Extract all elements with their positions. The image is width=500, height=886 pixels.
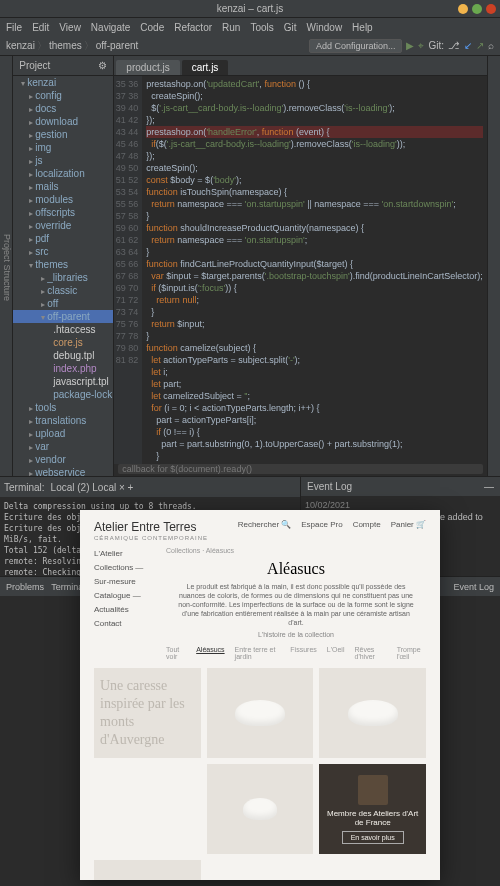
maximize-icon[interactable] [472,4,482,14]
tree-item[interactable]: core.js [13,336,113,349]
problems-tab[interactable]: Problems [6,582,44,592]
collection-desc: Le produit est fabriqué à la main, il es… [166,582,426,627]
tree-item[interactable]: index.php [13,362,113,375]
minimize-icon[interactable] [458,4,468,14]
site-logo[interactable]: Atelier Entre Terres CÉRAMIQUE CONTEMPOR… [94,520,208,541]
product-tile[interactable] [319,668,426,758]
filter-link[interactable]: Trompe l'œil [397,646,426,660]
menu-code[interactable]: Code [140,22,164,33]
tree-item[interactable]: img [13,141,113,154]
tree-item[interactable]: classic [13,284,113,297]
hero-tile[interactable]: Une caresse inspirée par les monts d'Auv… [94,668,201,758]
run-icon[interactable]: ▶ [406,40,414,51]
sidenav-link[interactable]: Collections — [94,561,154,575]
site-body: L'AtelierCollections —Sur-mesureCatalogu… [80,547,440,668]
git-pull-icon[interactable]: ↙ [464,40,472,51]
tree-item[interactable]: .htaccess [13,323,113,336]
git-push-icon[interactable]: ↗ [476,40,484,51]
tree-item[interactable]: override [13,219,113,232]
menu-tools[interactable]: Tools [250,22,273,33]
tree-item[interactable]: upload [13,427,113,440]
event-log-tab[interactable]: Event Log [453,582,494,592]
tree-item[interactable]: off [13,297,113,310]
editor-tab[interactable]: cart.js [182,60,229,75]
window-buttons [458,4,496,14]
crumb[interactable]: off-parent [96,40,139,51]
tree-item[interactable]: mails [13,180,113,193]
tree-item[interactable]: webservice [13,466,113,476]
product-tile[interactable] [207,668,314,758]
tree-item[interactable]: pdf [13,232,113,245]
menu-navigate[interactable]: Navigate [91,22,130,33]
sidenav-link[interactable]: L'Atelier [94,547,154,561]
membership-tile[interactable]: Membre des Ateliers d'Art de France En s… [319,764,426,854]
sidenav-link[interactable]: Contact [94,617,154,631]
crumb[interactable]: themes [49,40,82,51]
menu-file[interactable]: File [6,22,22,33]
tree-item[interactable]: modules [13,193,113,206]
filter-link[interactable]: L'Oeil [327,646,345,660]
crumb[interactable]: kenzai [6,40,35,51]
filter-link[interactable]: Rêves d'hiver [354,646,386,660]
topnav-link[interactable]: Espace Pro [301,520,342,529]
search-input[interactable]: Rechercher 🔍 [238,520,292,529]
collection-filters[interactable]: Tout voirAléasucsEntre terre et jardinFi… [166,646,426,660]
tree-item[interactable]: package-lock.json [13,388,113,401]
code-text[interactable]: prestashop.on('updatedCart', function ()… [142,76,486,464]
tree-item[interactable]: var [13,440,113,453]
collection-title: Aléasucs [166,560,426,578]
editor-tab[interactable]: product.js [116,60,179,75]
left-tool-strip[interactable]: Project Structure [0,56,13,476]
add-configuration-button[interactable]: Add Configuration... [309,39,403,53]
gear-icon[interactable]: ⚙ [98,60,107,71]
tree-item[interactable]: docs [13,102,113,115]
debug-icon[interactable]: ⌖ [418,40,424,52]
tree-item[interactable]: _libraries [13,271,113,284]
filter-link[interactable]: Tout voir [166,646,186,660]
filter-link[interactable]: Aléasucs [196,646,224,660]
right-tool-strip[interactable] [487,56,500,476]
tree-item[interactable]: offscripts [13,206,113,219]
project-header[interactable]: Project ⚙ [13,56,113,76]
sidenav-link[interactable]: Actualités [94,603,154,617]
tree-item[interactable]: gestion [13,128,113,141]
code-area[interactable]: 35 36 37 38 39 40 41 42 43 44 45 46 47 4… [114,76,486,464]
menu-refactor[interactable]: Refactor [174,22,212,33]
tree-item[interactable]: js [13,154,113,167]
product-tile[interactable] [94,860,201,880]
search-icon[interactable]: ⌕ [488,40,494,51]
tree-item[interactable]: config [13,89,113,102]
site-main: Collections · Aléasucs Aléasucs Le produ… [166,547,426,668]
topnav-link[interactable]: Panier 🛒 [391,520,426,529]
tree-item[interactable]: download [13,115,113,128]
tree-item[interactable]: translations [13,414,113,427]
tree-item[interactable]: vendor [13,453,113,466]
event-log-header[interactable]: Event Log — [301,477,500,496]
tree-item[interactable]: off-parent [13,310,113,323]
tree-item[interactable]: themes [13,258,113,271]
product-tile[interactable] [207,764,314,854]
topnav-link[interactable]: Compte [353,520,381,529]
project-tree[interactable]: kenzaiconfigdocsdownloadgestionimgjsloca… [13,76,113,476]
sidenav-link[interactable]: Catalogue — [94,589,154,603]
menu-run[interactable]: Run [222,22,240,33]
menu-view[interactable]: View [59,22,81,33]
menu-help[interactable]: Help [352,22,373,33]
git-branch-icon[interactable]: ⎇ [448,40,460,51]
close-icon[interactable] [486,4,496,14]
tree-item[interactable]: debug.tpl [13,349,113,362]
learn-more-button[interactable]: En savoir plus [342,831,404,844]
tree-item[interactable]: javascript.tpl [13,375,113,388]
terminal-tab-list[interactable]: Local (2) Local × + [51,482,134,493]
menu-window[interactable]: Window [307,22,343,33]
tree-item[interactable]: src [13,245,113,258]
sidenav-link[interactable]: Sur-mesure [94,575,154,589]
tree-item[interactable]: tools [13,401,113,414]
menu-edit[interactable]: Edit [32,22,49,33]
menu-git[interactable]: Git [284,22,297,33]
tree-item[interactable]: localization [13,167,113,180]
site-sidenav[interactable]: L'AtelierCollections —Sur-mesureCatalogu… [94,547,154,668]
filter-link[interactable]: Entre terre et jardin [235,646,281,660]
filter-link[interactable]: Fissures [290,646,316,660]
tree-item[interactable]: kenzai [13,76,113,89]
